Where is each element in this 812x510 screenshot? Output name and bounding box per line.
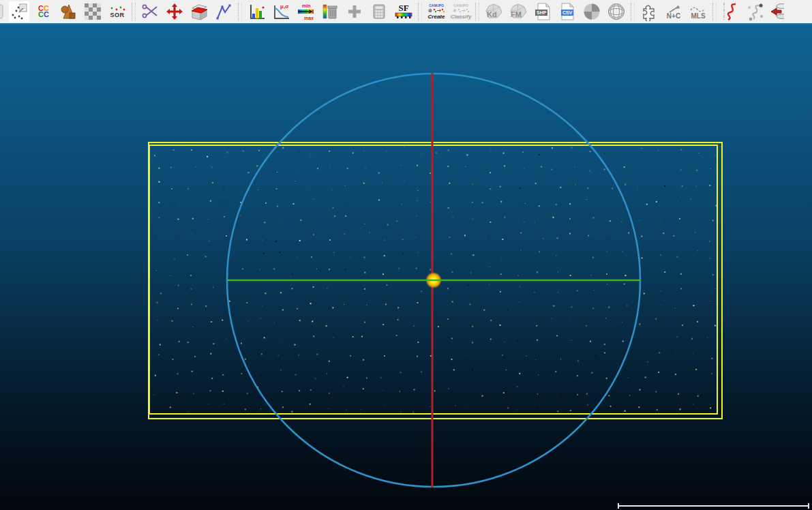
kd-tree-button[interactable]: Kd bbox=[483, 1, 504, 22]
shp-label: SHP bbox=[537, 10, 547, 15]
calculator-icon bbox=[370, 2, 389, 21]
toolbar-separator bbox=[712, 3, 717, 20]
kd-rock-icon: Kd bbox=[483, 2, 504, 21]
clipped-toolbar-icon-right[interactable] bbox=[770, 1, 784, 22]
sphere-render-button[interactable] bbox=[582, 1, 602, 22]
sor-filter-icon bbox=[108, 5, 126, 12]
statistical-params-button[interactable]: μ,σ bbox=[271, 1, 291, 22]
segment-scissors-button[interactable] bbox=[140, 1, 160, 22]
toolbar-separator bbox=[418, 3, 422, 20]
shp-file-icon: SHP bbox=[533, 2, 552, 21]
trace-polyline-button[interactable] bbox=[213, 1, 234, 22]
mesh-sampling-icon bbox=[59, 2, 78, 21]
subsample-button[interactable] bbox=[82, 1, 103, 22]
ramp-trash-icon bbox=[320, 2, 340, 21]
canupo-create-icon bbox=[427, 7, 446, 14]
toolbar-separator bbox=[631, 3, 635, 20]
normals-nc-button[interactable]: N+C bbox=[663, 1, 684, 22]
spline-fit-button[interactable] bbox=[721, 1, 741, 22]
sf-label: SF bbox=[398, 4, 408, 12]
sf-color-ramp-icon bbox=[394, 12, 413, 19]
facets-fm-button[interactable]: FM bbox=[508, 1, 528, 22]
add-scalar-field-button[interactable] bbox=[344, 1, 365, 22]
export-csv-button[interactable]: CSV bbox=[557, 1, 577, 22]
point-list-picking-button[interactable] bbox=[9, 1, 29, 22]
shaded-sphere-icon bbox=[582, 2, 601, 21]
histogram-icon bbox=[247, 2, 266, 21]
show-scalar-field-button[interactable]: SF bbox=[393, 1, 414, 22]
canupo-classify-icon bbox=[451, 7, 470, 14]
main-toolbar: CC CC bbox=[0, 0, 812, 23]
max-label: max bbox=[304, 16, 314, 20]
kd-label: Kd bbox=[487, 10, 497, 18]
polyline-icon bbox=[214, 2, 233, 21]
cloud-cloud-distance-button[interactable]: CC CC bbox=[33, 1, 54, 22]
sor-filter-button[interactable]: SOR bbox=[107, 1, 127, 22]
spline-points-button[interactable] bbox=[745, 1, 766, 22]
clipped-toolbar-icon-left[interactable] bbox=[0, 1, 5, 22]
unroll-cylinder-icon bbox=[770, 1, 784, 22]
3d-viewport[interactable] bbox=[0, 23, 812, 510]
mls-smoothing-button[interactable]: MLS bbox=[688, 1, 708, 22]
point-list-picking-icon bbox=[10, 2, 29, 21]
cross-section-button[interactable] bbox=[189, 1, 209, 22]
scale-bar bbox=[618, 503, 809, 509]
move-cross-icon bbox=[165, 2, 184, 21]
canupo-create-button[interactable]: CANUPO Create bbox=[426, 1, 447, 22]
canupo-classify-label: Classify bbox=[451, 14, 472, 20]
mls-label: MLS bbox=[691, 13, 705, 19]
clipping-box-icon bbox=[190, 2, 209, 21]
scene-svg bbox=[0, 23, 812, 510]
gaussian-curve-icon: μ,σ bbox=[271, 2, 290, 21]
toolbar-separator bbox=[132, 3, 136, 20]
csv-file-icon: CSV bbox=[558, 2, 577, 21]
canupo-classify-button[interactable]: CANUPO Classify bbox=[451, 1, 471, 22]
nc-label: N+C bbox=[667, 13, 680, 19]
mesh-sampling-button[interactable] bbox=[58, 1, 78, 22]
wireframe-globe-icon bbox=[607, 2, 626, 21]
mls-curve-icon bbox=[689, 5, 708, 13]
nc-arrow-icon bbox=[664, 5, 683, 13]
sf-min-max-button[interactable]: min max bbox=[295, 1, 316, 22]
scissors-icon bbox=[140, 2, 160, 21]
fm-label: FM bbox=[511, 10, 522, 18]
red-spline-icon bbox=[721, 1, 741, 22]
min-label: min bbox=[302, 3, 310, 8]
export-shp-button[interactable]: SHP bbox=[532, 1, 553, 22]
translate-rotate-button[interactable] bbox=[164, 1, 185, 22]
plus-icon bbox=[345, 2, 364, 21]
plugin-puzzle-button[interactable] bbox=[639, 1, 659, 22]
toolbar-separator bbox=[238, 3, 242, 20]
sf-arithmetic-button[interactable] bbox=[369, 1, 389, 22]
checkerboard-icon bbox=[84, 3, 102, 20]
canupo-create-label: Create bbox=[428, 14, 445, 20]
sor-filter-label: SOR bbox=[110, 12, 124, 18]
puzzle-piece-icon bbox=[640, 2, 659, 21]
histogram-button[interactable] bbox=[246, 1, 267, 22]
spherical-projection-button[interactable] bbox=[606, 1, 627, 22]
delete-scalar-field-button[interactable] bbox=[320, 1, 340, 22]
cloud-cloud-distance-icon: CC CC bbox=[38, 5, 49, 18]
csv-label: CSV bbox=[562, 10, 573, 15]
toolbar-separator bbox=[475, 3, 479, 20]
gray-spline-dots-icon bbox=[745, 1, 766, 22]
min-max-ramp-icon: min max bbox=[296, 2, 315, 21]
mu-sigma-label: μ,σ bbox=[280, 3, 289, 10]
fm-rock-icon: FM bbox=[508, 2, 528, 21]
